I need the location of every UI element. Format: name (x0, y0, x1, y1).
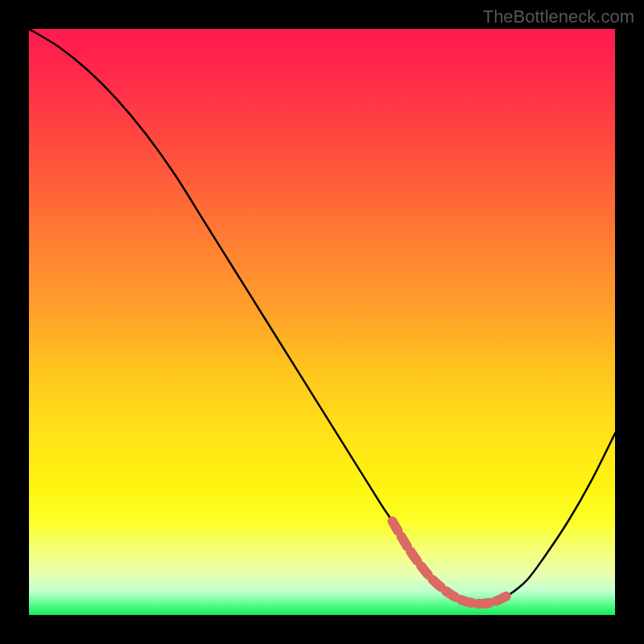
curve-svg (29, 29, 615, 615)
chart-container: TheBottleneck.com (0, 0, 644, 644)
watermark-text: TheBottleneck.com (483, 6, 634, 27)
highlight-segment-path (392, 522, 510, 604)
bottleneck-curve-path (29, 29, 615, 604)
plot-area (29, 29, 615, 615)
